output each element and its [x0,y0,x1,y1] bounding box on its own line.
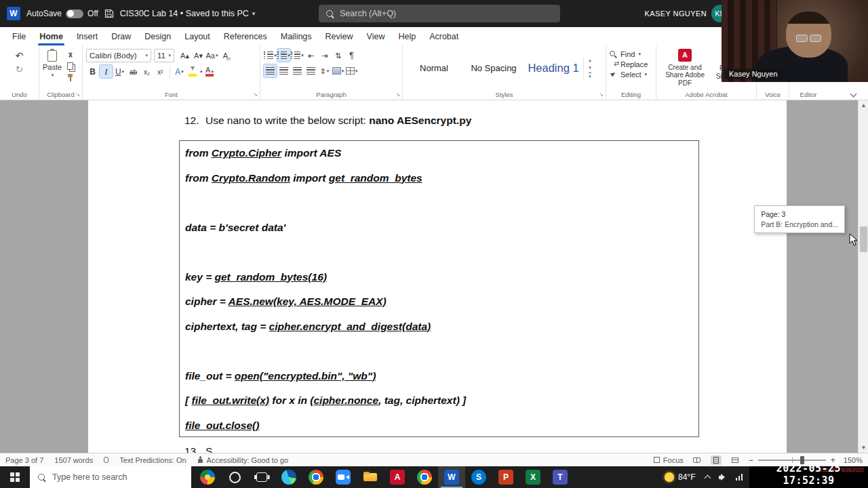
find-button[interactable]: Find▾ [610,50,652,58]
style-normal[interactable]: Normal [404,53,464,84]
tab-home[interactable]: Home [33,27,70,45]
autosave-toggle[interactable] [66,9,83,18]
shading-button[interactable]: ▾ [332,64,344,77]
start-button[interactable] [0,466,30,488]
align-center-button[interactable] [277,64,290,77]
vertical-scrollbar[interactable]: ▲ ▼ [858,100,868,453]
accessibility-status[interactable]: Accessibility: Good to go [197,456,288,464]
collapse-ribbon-button[interactable] [849,91,859,98]
save-icon[interactable] [104,9,114,18]
search-input[interactable] [340,9,530,18]
format-painter-button[interactable] [64,73,77,81]
increase-indent-button[interactable] [318,49,331,62]
chrome-icon[interactable] [302,466,330,488]
read-mode-button[interactable] [692,455,703,465]
tab-help[interactable]: Help [391,27,422,45]
scrollbar-thumb[interactable] [860,226,867,252]
tab-mailings[interactable]: Mailings [274,27,319,45]
word-count[interactable]: 1507 words [54,456,93,464]
widgets-icon[interactable] [194,466,221,488]
chrome-2-icon[interactable] [411,466,438,488]
scroll-down-icon[interactable]: ▼ [859,445,868,451]
align-right-button[interactable] [291,64,304,77]
font-name-combo[interactable]: Calibri (Body)▾ [86,49,151,62]
skype-icon[interactable] [465,466,492,488]
print-layout-button[interactable] [711,455,722,465]
shrink-font-button[interactable] [192,49,205,62]
decrease-indent-button[interactable] [304,49,317,62]
font-dialog-launcher-icon[interactable] [253,92,258,98]
numbering-button[interactable]: ▾ [277,49,290,62]
bold-button[interactable] [86,65,99,78]
webcam-overlay[interactable]: Kasey Nguyen [722,0,868,82]
select-button[interactable]: Select▾ [610,70,652,79]
gallery-up-icon[interactable]: ▴ [589,58,591,63]
redo-button[interactable] [13,63,26,76]
superscript-button[interactable] [154,65,167,78]
gallery-down-icon[interactable]: ▾ [589,65,591,70]
gallery-more-icon[interactable]: ▾ [589,73,591,79]
borders-button[interactable]: ▾ [345,64,358,77]
align-left-button[interactable] [264,64,277,77]
titlebar-search[interactable] [319,5,560,22]
tray-expand-icon[interactable] [704,475,711,482]
strikethrough-button[interactable] [127,65,140,78]
acrobat-icon[interactable] [384,466,411,488]
taskbar-clock[interactable]: 5:52 PM 5/25/2022 2022-05-25 17:52:39 [749,466,868,488]
styles-dialog-launcher-icon[interactable] [599,92,604,98]
change-case-button[interactable]: ▾ [205,49,218,62]
font-size-combo[interactable]: 11▾ [154,49,174,62]
tab-view[interactable]: View [360,27,392,45]
scroll-up-icon[interactable]: ▲ [859,102,868,108]
justify-button[interactable] [304,64,317,77]
document-page[interactable]: 12.Use nano to write the below script: n… [88,100,787,453]
underline-button[interactable]: ▾ [113,65,126,78]
text-predictions-status[interactable]: Text Predictions: On [119,456,186,464]
account-name[interactable]: KASEY NGUYEN [645,9,707,18]
highlight-button[interactable]: ▾ [186,65,203,78]
tab-draw[interactable]: Draw [104,27,138,45]
powerpoint-icon[interactable] [492,466,519,488]
volume-icon[interactable] [719,474,727,481]
explorer-icon[interactable] [357,466,384,488]
tab-design[interactable]: Design [138,27,178,45]
taskbar-search[interactable] [30,466,191,488]
excel-icon[interactable] [519,466,547,488]
task-view-icon[interactable] [248,466,275,488]
tab-acrobat[interactable]: Acrobat [422,27,465,45]
replace-button[interactable]: Replace [610,60,652,68]
cortana-icon[interactable] [221,466,248,488]
italic-button[interactable] [100,65,113,78]
zoom-icon[interactable] [330,466,357,488]
clear-formatting-button[interactable] [219,49,232,62]
cut-button[interactable] [64,51,77,60]
paste-button[interactable]: Paste ▾ [43,49,62,87]
undo-button[interactable] [13,49,26,62]
taskbar-search-input[interactable] [52,472,174,482]
subscript-button[interactable] [140,65,153,78]
tab-review[interactable]: Review [319,27,360,45]
bullets-button[interactable]: ▾ [264,49,277,62]
weather-widget[interactable]: 84°F [665,472,695,482]
zoom-slider[interactable] [758,460,826,461]
clipboard-dialog-launcher-icon[interactable] [75,92,80,98]
document-title[interactable]: CIS30C Lab 14 • Saved to this PC ▾ [120,9,255,18]
sort-button[interactable] [332,49,344,62]
word-icon[interactable] [438,466,465,488]
teams-icon[interactable] [547,466,574,488]
web-layout-button[interactable] [730,455,741,465]
tab-file[interactable]: File [5,27,33,45]
page-indicator[interactable]: Page 3 of 7 [5,456,43,464]
multilevel-list-button[interactable]: ▾ [291,49,304,62]
create-share-pdf-button[interactable]: Create and Share Adobe PDF [660,49,710,87]
grow-font-button[interactable] [178,49,191,62]
tab-references[interactable]: References [217,27,274,45]
network-icon[interactable] [736,474,743,481]
text-effects-button[interactable]: ▾ [173,65,186,78]
copy-button[interactable] [64,62,77,70]
tab-insert[interactable]: Insert [70,27,104,45]
show-formatting-button[interactable] [345,49,358,62]
font-color-button[interactable]: ▾ [203,65,216,78]
focus-toggle[interactable]: Focus [654,456,684,464]
style-heading-1[interactable]: Heading 1 [524,53,583,84]
